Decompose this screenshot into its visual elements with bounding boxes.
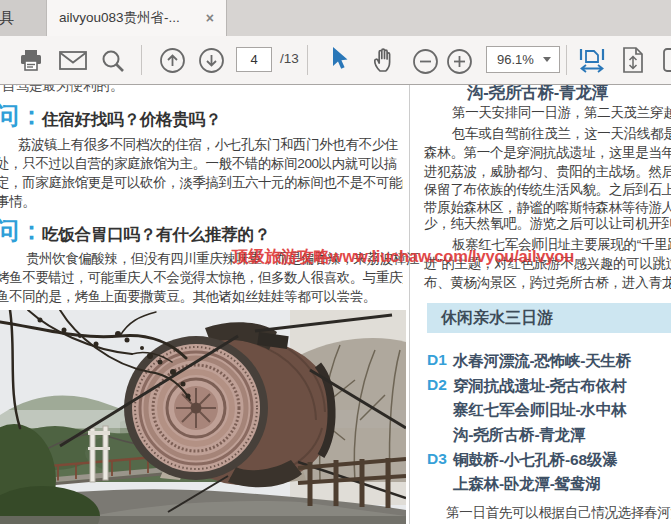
question-title: 吃饭合胃口吗？有什么推荐的？: [42, 224, 270, 246]
paragraph-line: 鱼不同的是，烤鱼上面要撒黄豆。其他诸如丝娃娃等都可以尝尝。: [0, 288, 403, 306]
paragraph-line: 定，而家庭旅馆更是可以砍价，淡季搞到五六十元的标间也不是不可能的: [0, 174, 403, 192]
toolbar: /13 96.1%: [0, 36, 671, 85]
zoom-level-dropdown[interactable]: 96.1%: [486, 46, 560, 73]
paragraph-line: 少，纯天然氧吧。游览之后可以让司机开到附: [424, 215, 671, 233]
itinerary-line: 铜鼓桥-小七孔桥-68级瀑: [453, 450, 617, 471]
question-marker: 问：: [0, 214, 44, 247]
paragraph-line: 处，只不过以自营的家庭旅馆为主。一般不错的标间200以内就可以搞: [0, 155, 403, 173]
paragraph-line: 事情。: [0, 193, 403, 211]
day-label: D2: [427, 376, 447, 394]
paragraph-line: 布、黄杨沟景区，跨过尧所古桥，进入青龙潭: [424, 274, 671, 292]
pdf-viewer-window: { "window": { "tools_tab": "工具", "doc_ta…: [0, 0, 671, 524]
email-button[interactable]: [58, 50, 88, 72]
print-button[interactable]: [18, 48, 44, 73]
bridge-photo: [0, 310, 406, 524]
page-total-label: /13: [280, 51, 299, 66]
question-title: 住宿好找吗？价格贵吗？: [42, 109, 221, 131]
paragraph-line: 保留了布依族的传统生活风貌。之后到石上森: [424, 181, 671, 199]
paragraph-line: 烤鱼不要错过，可能重庆人不会觉得太惊艳，但多数人很喜欢。与重庆烤: [0, 269, 403, 287]
hand-tool-button[interactable]: [370, 46, 398, 74]
itinerary-line: 寨红七军会师旧址-水中林: [453, 400, 626, 421]
section-header: 休闲亲水三日游: [427, 303, 671, 333]
select-tool-button[interactable]: [330, 46, 350, 73]
section-header-label: 休闲亲水三日游: [427, 309, 553, 326]
toolbar-overflow-icon[interactable]: [662, 47, 671, 74]
day-label: D1: [427, 351, 447, 369]
next-page-button[interactable]: [198, 47, 225, 74]
tab-tools-label: 工具: [0, 0, 14, 36]
zoom-in-button[interactable]: [446, 48, 473, 75]
chevron-down-icon: [543, 57, 551, 62]
tab-close-icon[interactable]: ×: [206, 10, 214, 26]
itinerary-line: 水春河漂流-恐怖峡-天生桥: [453, 351, 631, 372]
fit-width-button[interactable]: [578, 47, 606, 74]
tab-tools[interactable]: 工具: [0, 0, 47, 36]
zoom-level-value: 96.1%: [487, 52, 543, 67]
toolbar-separator: [566, 45, 567, 75]
toolbar-separator: [141, 45, 142, 75]
question-marker: 问：: [0, 99, 44, 132]
fit-page-button[interactable]: [620, 46, 646, 74]
paragraph-line: 进犯荔波，威胁都匀、贵阳的主战场。然后可: [424, 163, 671, 181]
watermark-text: 顶级旅游攻略www.liuchaw.com/lvyou/ailvyou: [232, 246, 574, 268]
paragraph-line: 包车或自驾前往茂兰，这一天沿线都是美丽: [452, 125, 671, 143]
day-label: D3: [427, 450, 447, 468]
tab-document-label: ailvyou083贵州省-...: [59, 9, 198, 27]
paragraph-line: 荔波镇上有很多不同档次的住宿，小七孔东门和西门外也有不少住: [18, 136, 425, 154]
page-number-input[interactable]: [236, 47, 272, 72]
tab-document[interactable]: ailvyou083贵州省-... ×: [47, 0, 227, 36]
zoom-out-button[interactable]: [412, 48, 439, 75]
clipped-text-line: 自驾是最为便利的。: [2, 85, 409, 95]
itinerary-line: 沟-尧所古桥-青龙潭: [453, 425, 585, 446]
document-canvas[interactable]: 自驾是最为便利的。 问： 住宿好找吗？价格贵吗？ 荔波镇上有很多不同档次的住宿，…: [0, 85, 671, 524]
itinerary-line: 穿洞抗战遗址-尧古布依村: [453, 376, 626, 397]
paragraph-line: 第一天安排同一日游，第二天茂兰穿越森林: [452, 104, 671, 122]
paragraph-line: 第一日首先可以根据自己情况选择春河漂: [446, 504, 671, 522]
paragraph-line: 森林。第一个是穿洞抗战遗址，这里是当年荔: [424, 144, 671, 162]
toolbar-separator: [307, 45, 308, 75]
route-heading: 沟-尧所古桥-青龙潭: [467, 85, 608, 104]
previous-page-button[interactable]: [159, 47, 186, 74]
itinerary-line: 上森林-卧龙潭-鸳鸯湖: [453, 474, 601, 495]
tab-bar: 工具 ailvyou083贵州省-... ×: [0, 0, 671, 36]
search-button[interactable]: [101, 49, 126, 74]
